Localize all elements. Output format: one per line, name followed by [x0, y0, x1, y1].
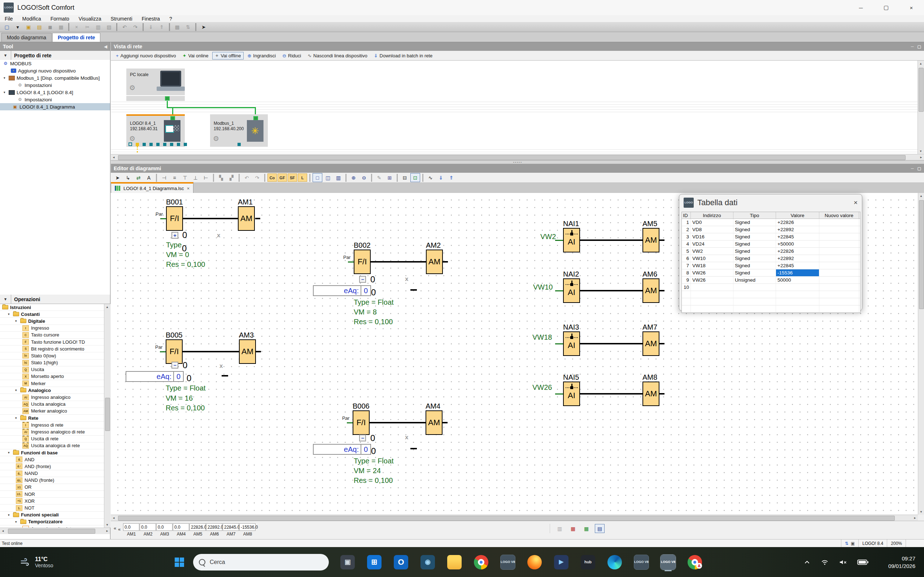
basic-functions-palette-button[interactable]: GF — [278, 174, 287, 182]
table-row[interactable]: 7 VW18 Signed +22845 — [682, 262, 860, 269]
cell-valore[interactable]: +22826 — [776, 248, 819, 255]
operation-item[interactable]: lo Stato 0(low) — [0, 352, 104, 359]
online-test-icon[interactable]: ⊡ — [410, 173, 420, 182]
taskbar-chrome-profile-icon[interactable]: A — [687, 553, 703, 572]
scrollbar-thumb[interactable] — [105, 398, 110, 431]
simulation-icon[interactable]: ⊟ — [400, 173, 410, 182]
tree-item[interactable]: ⚙ MODBUS — [0, 60, 110, 67]
device-settings-icon[interactable]: ▩ — [172, 23, 182, 32]
new-dropdown-icon[interactable]: ▾ — [13, 23, 23, 32]
operation-item[interactable]: ▾ Digitale — [0, 318, 104, 324]
diagram-block[interactable]: NAI3 AI — [563, 331, 580, 356]
cell-nuovo-valore[interactable] — [819, 219, 859, 226]
weather-widget[interactable]: 11°C Ventoso — [20, 556, 96, 568]
menu-item[interactable]: ? — [165, 16, 177, 22]
operation-item[interactable]: &L NAND (fronte) — [0, 477, 104, 484]
table-row[interactable]: 1 VD0 Signed +22826 — [682, 219, 860, 226]
operation-item[interactable]: ▾ Rete — [0, 415, 104, 422]
eaq-value[interactable]: 0 — [361, 444, 371, 455]
operation-item[interactable]: &↑ AND (fronte) — [0, 463, 104, 470]
scroll-down-icon[interactable]: ▼ — [918, 509, 924, 515]
expander-icon[interactable]: ▾ — [3, 90, 8, 94]
cell-indirizzo[interactable]: VW26 — [691, 277, 733, 284]
wifi-icon[interactable] — [821, 558, 829, 566]
tree-item[interactable]: ⚙ Impostazioni — [0, 82, 110, 89]
device-status-icon[interactable]: ▦ — [568, 524, 578, 533]
taskbar-logosoft-icon-active[interactable]: LOGO V8 — [660, 553, 676, 572]
expand-collapse-box[interactable]: − — [359, 276, 366, 283]
ethernet-port-icon[interactable] — [165, 96, 170, 101]
scroll-up-icon[interactable]: ▲ — [918, 193, 924, 199]
diagram-block[interactable]: B006 F/I — [353, 410, 370, 435]
operation-item[interactable]: AM Merker analogico — [0, 408, 104, 415]
cell-tipo[interactable] — [733, 305, 776, 312]
start-button[interactable] — [171, 554, 187, 570]
cell-valore[interactable]: +22845 — [776, 262, 819, 269]
redo-icon[interactable]: ↷ — [130, 23, 141, 32]
table-row[interactable] — [682, 298, 860, 305]
column-header[interactable]: Nuovo valore — [819, 212, 859, 219]
eaq-parameter-field[interactable]: eAq: 0 — [126, 371, 184, 382]
cell-tipo[interactable]: Signed — [733, 269, 776, 276]
cell-nuovo-valore[interactable] — [819, 262, 859, 269]
column-header[interactable]: Tipo — [733, 212, 776, 219]
data-table-window[interactable]: LOGO Tabella dati × ID Indirizzo Tipo Va… — [679, 194, 862, 311]
cell-valore[interactable]: +22826 — [776, 219, 819, 226]
open-project-icon[interactable]: ▤ — [34, 23, 44, 32]
upload-device-icon[interactable]: ⇑ — [157, 23, 167, 32]
operation-item[interactable]: ▾ Costanti — [0, 311, 104, 318]
gear-icon[interactable]: ⚙ — [213, 134, 219, 143]
cell-indirizzo[interactable] — [691, 284, 733, 291]
gear-icon[interactable]: ⚙ — [129, 84, 135, 92]
add-device-button[interactable]: + Aggiungi nuovo dispositivo — [113, 52, 179, 60]
paste-icon[interactable]: ▨ — [104, 23, 114, 32]
go-online-button[interactable]: ✦ Vai online — [180, 52, 212, 60]
cell-valore[interactable]: +50000 — [776, 240, 819, 247]
diagram-block[interactable]: NAI5 AI — [563, 382, 580, 406]
diagram-block[interactable]: NAI2 AI — [563, 279, 580, 303]
editor-horizontal-scrollbar[interactable]: ◄ ► — [111, 515, 918, 521]
operation-item[interactable]: ▾ Funzioni speciali — [0, 512, 104, 519]
expander-icon[interactable]: ▾ — [8, 513, 12, 517]
constants-palette-button[interactable]: Co — [267, 174, 277, 182]
operation-item[interactable]: & AND — [0, 456, 104, 463]
taskbar-outlook-icon[interactable]: O — [393, 553, 409, 572]
network-vertical-scrollbar[interactable]: ▲ ▼ — [918, 61, 924, 154]
scroll-right-icon[interactable]: ► — [918, 155, 924, 161]
cell-valore[interactable] — [776, 298, 819, 305]
cell-valore[interactable] — [776, 305, 819, 312]
expander-icon[interactable]: ▾ — [15, 416, 19, 420]
operation-item[interactable]: X Morsetto aperto — [0, 373, 104, 380]
zoom-in-button[interactable]: ⊕ Ingrandisci — [244, 52, 279, 60]
layout-three-pane-icon[interactable]: ▥ — [333, 173, 343, 182]
zoom-in-icon[interactable]: ⊕ — [349, 173, 359, 182]
tree-item[interactable]: + Aggiungi nuovo dispositivo — [0, 67, 110, 74]
scrollbar-thumb[interactable] — [8, 529, 95, 534]
column-header[interactable]: Indirizzo — [691, 212, 733, 219]
cell-indirizzo[interactable]: VW2 — [691, 248, 733, 255]
operation-item[interactable]: 1. NOT — [0, 504, 104, 511]
align-bottom-icon[interactable]: ≡ — [170, 173, 179, 182]
batch-download-button[interactable]: ⇓ Download in batch in rete — [371, 52, 436, 60]
menu-item[interactable]: Modifica — [18, 16, 46, 22]
device-logo-84[interactable]: LOGO! 8.4_1 192.168.40.31 ⚙ — [126, 114, 185, 147]
cell-tipo[interactable]: Unsigned — [733, 277, 776, 284]
taskbar-snip-window-icon[interactable]: ▣ — [340, 553, 355, 572]
tree-item[interactable]: ▣ LOGO! 8.4_1 Diagramma — [0, 103, 110, 110]
pan-tool-cell[interactable]: ⇅ ▣ — [841, 540, 858, 547]
tab-progetto-di-rete[interactable]: Progetto di rete — [52, 33, 100, 42]
cell-valore[interactable]: 50000 — [776, 277, 819, 284]
diagram-block[interactable]: AM1 AM — [238, 206, 255, 231]
taskbar-edge-icon[interactable] — [607, 553, 623, 572]
cell-indirizzo[interactable] — [691, 291, 733, 298]
diagram-block[interactable]: B002 F/I — [354, 250, 371, 274]
table-row[interactable]: 3 VD16 Signed +22845 — [682, 233, 860, 240]
panel-minimize-icon[interactable]: ─ — [911, 44, 914, 49]
cell-tipo[interactable] — [733, 291, 776, 298]
cell-nuovo-valore[interactable] — [819, 277, 859, 284]
eaq-parameter-field[interactable]: eAq: 0 — [313, 285, 371, 296]
table-row[interactable]: 8 VW26 Signed -15536 — [682, 269, 860, 277]
align-left-icon[interactable]: ⊣ — [159, 173, 169, 182]
flip-tool-icon[interactable]: ⇄ — [134, 173, 143, 182]
cell-nuovo-valore[interactable] — [819, 298, 859, 305]
